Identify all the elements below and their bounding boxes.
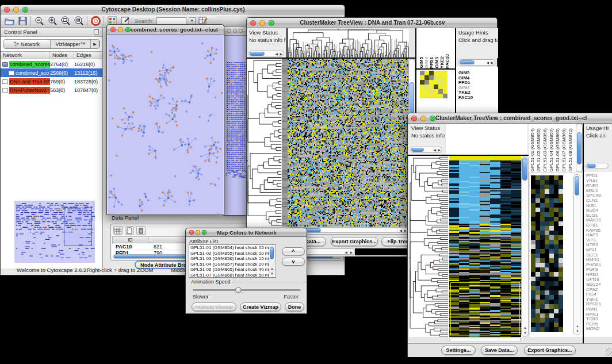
close-icon[interactable] — [110, 27, 116, 32]
inactive-minimize-icon[interactable] — [233, 29, 237, 33]
tv2-heatmap-vscrollbar[interactable]: ▲ ▼ — [521, 156, 529, 337]
column-label[interactable]: GPL51-06 (GSM865) — [555, 128, 561, 172]
column-label[interactable]: PAC10 — [445, 54, 450, 68]
network-table-row[interactable]: combined_scores 2764(0) 16218(0) — [1, 60, 102, 68]
scroll-thumb[interactable] — [522, 158, 527, 181]
scroll-left-icon[interactable]: ◀ — [275, 52, 278, 56]
scroll-thumb[interactable] — [270, 247, 274, 259]
close-icon[interactable] — [411, 116, 417, 121]
scroll-right-icon[interactable]: ▶ — [404, 228, 407, 233]
zoom-in-icon[interactable] — [47, 16, 58, 26]
minimize-icon[interactable] — [196, 230, 200, 235]
minimize-icon[interactable] — [420, 116, 426, 121]
create-vizmap-button[interactable]: Create Vizmap — [240, 302, 281, 311]
attribute-table-icon[interactable] — [113, 226, 123, 235]
scroll-thumb[interactable] — [575, 176, 579, 196]
zoom-selected-icon[interactable] — [60, 16, 71, 26]
network-view-titlebar[interactable]: combined_scores_good.txt--cluste... — [107, 25, 224, 35]
zoom-out-icon[interactable] — [34, 16, 44, 26]
scroll-left-icon[interactable]: ◀ — [399, 228, 402, 233]
export-graphics-button[interactable]: Export Graphics... — [524, 346, 576, 355]
delete-attribute-icon[interactable] — [136, 226, 146, 235]
scroll-thumb[interactable] — [411, 148, 424, 152]
zoom-window-icon[interactable] — [430, 116, 435, 121]
column-label[interactable]: GPL51-08 (GSM872) — [568, 128, 574, 172]
col-nodes[interactable]: Nodes — [50, 52, 74, 59]
network-table-row[interactable]: combined_sco 2569(6) 13112(15) — [1, 68, 102, 77]
tv2-usage-scrollbar[interactable] — [586, 163, 609, 169]
scroll-left-icon[interactable]: ◀ — [433, 148, 436, 152]
gene-label[interactable]: MON2 — [586, 327, 612, 332]
scroll-up-icon[interactable]: ▲ — [523, 325, 527, 330]
dialog-titlebar[interactable]: Map Colors to Network — [186, 228, 307, 237]
scroll-left-icon[interactable]: ◀ — [486, 60, 489, 65]
background-window-titlebar[interactable] — [224, 26, 248, 36]
column-label[interactable]: GPL51-07 (GSM868) — [561, 128, 568, 172]
tv1-usage-scrollbar[interactable]: ◀ ▶ — [458, 59, 495, 66]
scroll-down-icon[interactable]: ▼ — [523, 331, 527, 335]
tv2-heatmap[interactable] — [449, 156, 521, 337]
done-button[interactable]: Done — [285, 302, 304, 311]
scroll-right-icon[interactable]: ▶ — [280, 52, 282, 56]
scroll-right-icon[interactable]: ▶ — [438, 148, 441, 152]
close-icon[interactable] — [250, 20, 256, 26]
network-table-row[interactable]: RNAPuberNov2+ 563(0) 107847(0) — [1, 86, 102, 94]
scroll-thumb[interactable] — [250, 52, 265, 56]
attribute-list-scrollbar[interactable]: ▲ ▼ — [269, 246, 275, 277]
row-label[interactable]: PAC10 — [458, 95, 496, 101]
background-network-canvas[interactable] — [224, 36, 247, 215]
column-label[interactable]: YKE2 — [439, 56, 445, 68]
save-icon[interactable] — [17, 16, 28, 26]
scroll-thumb[interactable] — [587, 164, 596, 168]
animate-vizmap-button[interactable]: Animate Vizmap — [192, 302, 236, 311]
scroll-right-icon[interactable]: ▶ — [491, 60, 494, 65]
dense-network-view[interactable] — [225, 61, 247, 179]
open-folder-icon[interactable] — [4, 16, 14, 26]
tv1-status-scrollbar[interactable]: ◀ ▶ — [248, 51, 284, 56]
scroll-right-icon[interactable]: ▶ — [350, 250, 353, 255]
tv2-row-dendrogram[interactable] — [409, 156, 448, 337]
zoom-window-icon[interactable] — [269, 20, 274, 26]
col-id[interactable]: ID — [113, 237, 148, 243]
tab-network[interactable]: Network — [3, 40, 51, 48]
column-label[interactable]: GIM5 — [419, 57, 424, 68]
tab-vizmapper[interactable]: VizMapper™ — [51, 40, 91, 48]
col-edges[interactable]: Edges — [74, 52, 102, 59]
attribute-item[interactable]: GPL51-01 (GSM854) heat shock 05 min — [189, 245, 269, 251]
save-data-button[interactable]: Save Data... — [481, 346, 518, 355]
tv1-heatmap[interactable] — [288, 59, 408, 227]
column-label[interactable]: GIM3 — [434, 57, 439, 68]
resize-grip[interactable] — [606, 348, 612, 356]
scroll-up-icon[interactable]: ▲ — [576, 324, 579, 328]
minimize-icon[interactable] — [259, 20, 265, 26]
settings-button[interactable]: Settings... — [441, 346, 476, 355]
help-lifebuoy-icon[interactable] — [90, 16, 101, 26]
column-label[interactable]: GPL51-04 (GSM857) — [549, 128, 555, 172]
scroll-up-icon[interactable]: ▲ — [270, 266, 274, 271]
zoom-window-icon[interactable] — [202, 230, 206, 235]
minimize-icon[interactable] — [13, 7, 19, 13]
scroll-left-icon[interactable]: ◀ — [345, 250, 347, 255]
inactive-zoom-icon[interactable] — [239, 29, 243, 33]
column-label[interactable]: GPL51-03 (GSM856) — [542, 128, 549, 172]
tv1-correlation-matrix[interactable] — [420, 71, 447, 98]
column-label[interactable]: PFD1 — [429, 57, 434, 68]
tv2-status-scrollbar[interactable]: ◀ ▶ — [410, 147, 442, 153]
search-dropdown-icon[interactable]: ▼ — [189, 17, 196, 25]
move-up-button[interactable]: ^ — [282, 247, 305, 255]
treeview2-titlebar[interactable]: ClusterMaker TreeView : combined_scores_… — [408, 113, 612, 124]
inactive-close-icon[interactable] — [227, 29, 231, 33]
attribute-item[interactable]: GPL51-07 (GSM868) heat shock 60 min — [189, 273, 269, 278]
scroll-down-icon[interactable]: ▼ — [270, 271, 274, 276]
close-icon[interactable] — [4, 7, 10, 13]
network-view-canvas[interactable] — [108, 35, 223, 214]
network-table-row[interactable]: DNA and Tran 07 769(0) 183728(0) — [1, 77, 102, 86]
export-graphics-button[interactable]: Export Graphics... — [331, 237, 378, 246]
close-icon[interactable] — [189, 230, 194, 235]
column-label[interactable]: GPL51-02 (GSM855) — [536, 128, 542, 172]
column-label[interactable]: GIM4 — [424, 57, 429, 68]
attribute-item[interactable]: GPL51-06 (GSM865) heat shock 40 min — [189, 267, 269, 273]
scroll-thumb[interactable] — [460, 60, 475, 64]
zoom-window-icon[interactable] — [22, 7, 28, 13]
tv1-row-dendrogram[interactable] — [247, 59, 281, 227]
